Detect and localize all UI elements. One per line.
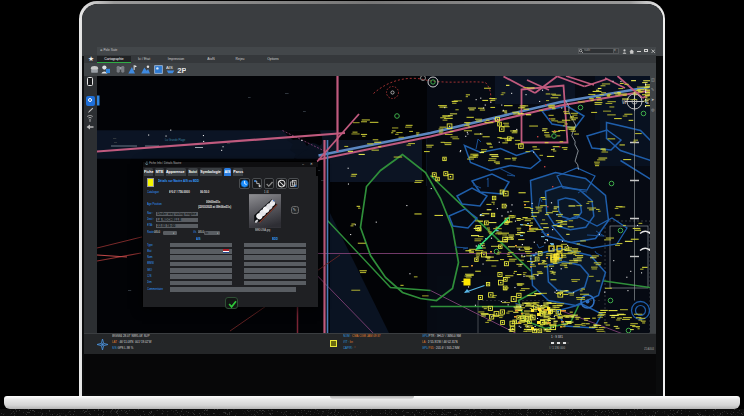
svg-text:La Grande Plage: La Grande Plage xyxy=(165,137,186,141)
svg-text:2P: 2P xyxy=(177,65,186,73)
svg-text:AIS: AIS xyxy=(166,65,173,70)
